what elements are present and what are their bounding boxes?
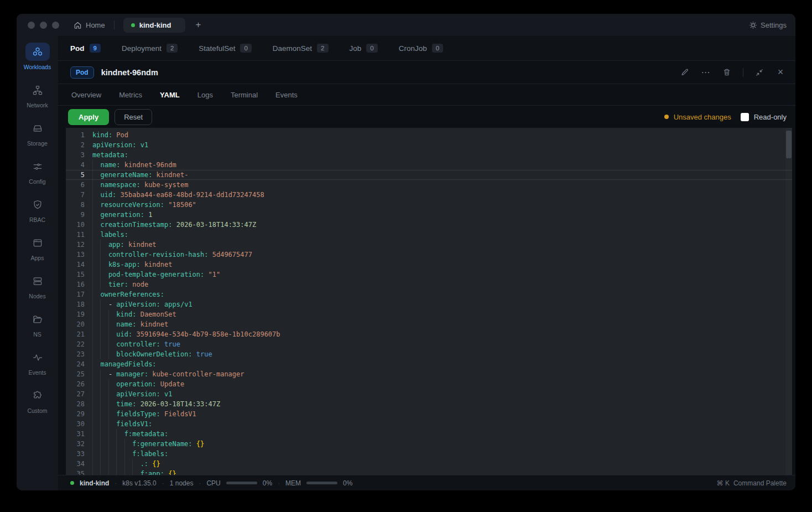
cpu-value: 0%: [263, 479, 272, 487]
editor-line[interactable]: 1kind: Pod: [66, 130, 792, 140]
line-number: 4: [66, 160, 85, 170]
workload-tab-cronjob[interactable]: CronJob0: [399, 44, 443, 53]
editor-line[interactable]: 4 name: kindnet-96ndm: [66, 160, 792, 170]
sidebar-item-ns[interactable]: NS: [19, 310, 56, 338]
reset-button[interactable]: Reset: [114, 109, 152, 125]
sidebar-item-label: Custom: [27, 407, 47, 414]
mem-value: 0%: [343, 479, 352, 487]
editor-line[interactable]: 18 - apiVersion: apps/v1: [66, 299, 792, 309]
line-content: controller: true: [85, 339, 180, 349]
editor-line[interactable]: 31 f:metadata:: [66, 429, 792, 439]
editor-line[interactable]: 19 kind: DaemonSet: [66, 309, 792, 319]
apply-button[interactable]: Apply: [68, 109, 109, 125]
tab-overview[interactable]: Overview: [71, 91, 101, 99]
line-content: resourceVersion: "18506": [85, 200, 196, 210]
tab-events[interactable]: Events: [275, 91, 298, 99]
tab-yaml[interactable]: YAML: [160, 91, 180, 99]
workload-count-badge: 2: [166, 44, 178, 53]
editor-line[interactable]: 30 fieldsV1:: [66, 419, 792, 429]
home-button[interactable]: Home: [74, 21, 105, 29]
delete-icon[interactable]: [722, 68, 732, 77]
workloads-icon: [25, 43, 50, 61]
line-content: name: kindnet-96ndm: [85, 160, 176, 170]
line-content: f:app: {}: [85, 469, 176, 475]
editor-line[interactable]: 29 fieldsType: FieldsV1: [66, 409, 792, 419]
edit-icon[interactable]: [680, 68, 690, 77]
gear-icon: [749, 21, 757, 29]
editor-line[interactable]: 35 f:app: {}: [66, 469, 792, 475]
editor-line[interactable]: 14 k8s-app: kindnet: [66, 260, 792, 270]
readonly-checkbox[interactable]: [741, 113, 749, 121]
sidebar-item-workloads[interactable]: Workloads: [19, 43, 56, 70]
settings-button[interactable]: Settings: [749, 21, 787, 29]
titlebar-divider: [114, 20, 114, 29]
line-number: 34: [66, 459, 85, 469]
window-minimize-button[interactable]: [40, 22, 47, 29]
editor-scrollbar-thumb[interactable]: [786, 131, 792, 158]
sidebar-item-custom[interactable]: Custom: [19, 386, 56, 414]
editor-line[interactable]: 16 tier: node: [66, 280, 792, 289]
tab-logs[interactable]: Logs: [197, 91, 213, 99]
editor-line[interactable]: 6 namespace: kube-system: [66, 180, 792, 190]
line-content: generateName: kindnet-: [85, 170, 188, 180]
editor-line[interactable]: 33 f:labels:: [66, 449, 792, 459]
editor-line[interactable]: 15 pod-template-generation: "1": [66, 270, 792, 280]
line-number: 30: [66, 419, 85, 429]
sidebar-item-network[interactable]: Network: [19, 81, 56, 108]
editor-line[interactable]: 25 - manager: kube-controller-manager: [66, 369, 792, 379]
collapse-icon[interactable]: [754, 68, 764, 77]
editor-line[interactable]: 2apiVersion: v1: [66, 140, 792, 150]
sidebar-item-config[interactable]: Config: [19, 157, 56, 185]
sidebar-item-rbac[interactable]: RBAC: [19, 195, 56, 223]
editor-line[interactable]: 9 generation: 1: [66, 210, 792, 220]
editor-line[interactable]: 5 generateName: kindnet-: [66, 170, 792, 180]
editor-line[interactable]: 11 labels:: [66, 230, 792, 240]
editor-line[interactable]: 7 uid: 35baba44-ea68-48bd-9214-dd1d73247…: [66, 190, 792, 200]
yaml-editor[interactable]: 1kind: Pod2apiVersion: v13metadata:4 nam…: [66, 128, 792, 475]
workload-tab-statefulset[interactable]: StatefulSet0: [199, 44, 251, 53]
editor-line[interactable]: 34 .: {}: [66, 459, 792, 469]
line-content: apiVersion: v1: [85, 140, 148, 150]
line-content: apiVersion: v1: [85, 389, 172, 399]
editor-line[interactable]: 13 controller-revision-hash: 5d49675477: [66, 250, 792, 260]
window-zoom-button[interactable]: [52, 22, 59, 29]
sidebar-item-apps[interactable]: Apps: [19, 234, 56, 261]
editor-line[interactable]: 23 blockOwnerDeletion: true: [66, 349, 792, 359]
editor-line[interactable]: 3metadata:: [66, 150, 792, 160]
editor-line[interactable]: 8 resourceVersion: "18506": [66, 200, 792, 210]
editor-line[interactable]: 17 ownerReferences:: [66, 289, 792, 299]
editor-line[interactable]: 32 f:generateName: {}: [66, 439, 792, 449]
cluster-health-dot: [70, 481, 74, 485]
editor-line[interactable]: 22 controller: true: [66, 339, 792, 349]
actions-divider: [743, 68, 743, 77]
more-icon[interactable]: ⋯: [701, 68, 711, 77]
line-number: 27: [66, 389, 85, 399]
sidebar-item-storage[interactable]: Storage: [19, 119, 56, 147]
sidebar-item-events[interactable]: Events: [19, 348, 56, 376]
close-icon[interactable]: ×: [775, 68, 785, 77]
resource-detail-header: Pod kindnet-96ndm ⋯ ×: [58, 61, 795, 84]
tab-metrics[interactable]: Metrics: [119, 91, 142, 99]
line-number: 12: [66, 240, 85, 250]
line-content: pod-template-generation: "1": [85, 270, 220, 280]
new-tab-button[interactable]: +: [195, 19, 201, 30]
editor-line[interactable]: 28 time: 2026-03-18T14:33:47Z: [66, 399, 792, 409]
command-palette-button[interactable]: ⌘ K Command Palette: [717, 479, 787, 487]
workload-count-badge: 0: [366, 44, 377, 53]
editor-line[interactable]: 12 app: kindnet: [66, 240, 792, 250]
tab-terminal[interactable]: Terminal: [231, 91, 258, 99]
editor-line[interactable]: 24 managedFields:: [66, 359, 792, 369]
editor-line[interactable]: 20 name: kindnet: [66, 319, 792, 329]
sidebar-item-nodes[interactable]: Nodes: [19, 272, 56, 299]
workload-tab-daemonset[interactable]: DaemonSet2: [273, 44, 329, 53]
resource-name: kindnet-96ndm: [101, 68, 158, 77]
cluster-tab[interactable]: kind-kind: [123, 18, 186, 33]
window-close-button[interactable]: [28, 22, 35, 29]
editor-line[interactable]: 26 operation: Update: [66, 379, 792, 389]
editor-line[interactable]: 21 uid: 3591694e-534b-4b79-858e-1b10c289…: [66, 329, 792, 339]
workload-tab-pod[interactable]: Pod9: [70, 44, 101, 53]
workload-tab-job[interactable]: Job0: [350, 44, 378, 53]
editor-line[interactable]: 10 creationTimestamp: 2026-03-18T14:33:4…: [66, 220, 792, 230]
workload-tab-deployment[interactable]: Deployment2: [122, 44, 178, 53]
editor-line[interactable]: 27 apiVersion: v1: [66, 389, 792, 399]
